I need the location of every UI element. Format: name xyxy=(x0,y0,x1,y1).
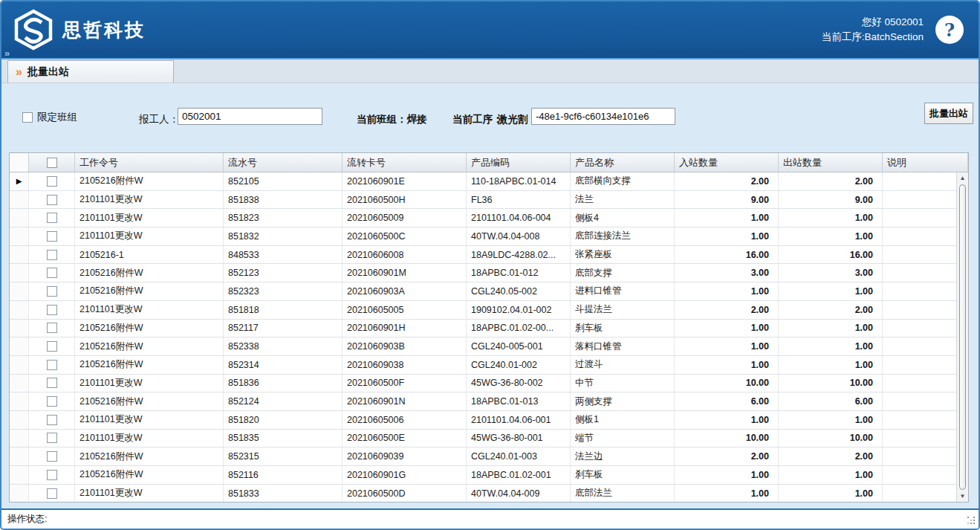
cell-in-qty: 2.00 xyxy=(675,447,779,465)
column-header[interactable]: 入站数量 xyxy=(675,153,779,172)
tab-batch-exit[interactable]: » 批量出站 xyxy=(7,60,174,83)
cell-remark xyxy=(883,356,968,374)
cell-in-qty: 1.00 xyxy=(675,356,779,374)
row-selector-cell[interactable] xyxy=(10,430,29,447)
row-selector-cell[interactable] xyxy=(10,282,29,300)
row-checkbox[interactable] xyxy=(47,286,57,297)
row-checkbox[interactable] xyxy=(47,250,57,260)
cell-in-qty: 2.00 xyxy=(675,301,779,319)
help-icon[interactable]: ? xyxy=(935,16,964,44)
row-checkbox[interactable] xyxy=(47,305,57,315)
status-bar: 操作状态: xyxy=(1,508,979,529)
row-checkbox[interactable] xyxy=(47,451,57,462)
cell-out-qty: 1.00 xyxy=(779,466,883,484)
row-checkbox[interactable] xyxy=(47,433,57,443)
row-selector-cell[interactable] xyxy=(10,246,29,264)
row-checkbox-cell xyxy=(29,227,75,245)
cell-card: 2021060901E xyxy=(343,172,467,190)
table-row[interactable]: 2105216附件W8521172021060901H18APBC.01.02-… xyxy=(10,320,968,338)
resize-grip[interactable] xyxy=(967,517,976,526)
row-selector-cell[interactable] xyxy=(10,209,29,227)
reporter-input[interactable] xyxy=(178,108,322,125)
column-header[interactable]: 说明 xyxy=(883,153,968,172)
row-selector-cell[interactable] xyxy=(10,337,29,355)
row-selector-cell[interactable] xyxy=(10,447,29,465)
row-selector-cell[interactable] xyxy=(10,301,29,319)
cell-work-order: 2101101更改W xyxy=(75,227,224,245)
table-row[interactable]: 2105216附件W85231420210609038CGL240.01-002… xyxy=(10,356,968,375)
table-row[interactable]: 2105216-18485332021060600818A9LDC-4288.0… xyxy=(10,246,968,265)
cell-card: 20210606008 xyxy=(343,246,467,264)
row-selector-cell[interactable] xyxy=(10,320,29,337)
row-checkbox[interactable] xyxy=(47,268,57,278)
user-box: 您好 0502001 当前工序:BatchSection ? xyxy=(822,15,979,45)
column-header[interactable]: 工作令号 xyxy=(75,153,224,172)
limit-group-checkbox[interactable] xyxy=(22,112,33,123)
table-row[interactable]: 2105216附件W85231520210609039CGL240.01-003… xyxy=(10,447,968,466)
select-all-checkbox[interactable] xyxy=(47,158,57,168)
row-selector-cell[interactable]: ▶ xyxy=(10,172,29,190)
batch-exit-button[interactable]: 批量出站 xyxy=(924,103,973,124)
cell-serial: 852116 xyxy=(224,466,343,484)
row-checkbox[interactable] xyxy=(47,488,57,499)
table-row[interactable]: 2105216附件W8521232021060901M18APBC.01-012… xyxy=(10,264,968,282)
row-selector-cell[interactable] xyxy=(10,485,29,502)
column-header[interactable]: 产品名称 xyxy=(571,153,675,172)
column-header[interactable]: 产品编码 xyxy=(467,153,571,172)
cell-code: 18APBC.01-013 xyxy=(467,392,571,410)
row-checkbox[interactable] xyxy=(47,378,57,388)
row-selector-cell[interactable] xyxy=(10,227,29,245)
table-row[interactable]: 2101101更改W8518362021060500F45WG-36-80-00… xyxy=(10,375,968,393)
scroll-up-icon[interactable]: ▲ xyxy=(957,172,968,184)
table-row[interactable]: 2101101更改W851820202106050062101101.04.06… xyxy=(10,411,968,430)
table-row[interactable]: 2105216附件W8521242021060901N18APBC.01-013… xyxy=(10,392,968,411)
table-row[interactable]: 2101101更改W8518352021060500E45WG-36-80-00… xyxy=(10,430,968,448)
cell-card: 20210609039 xyxy=(343,447,467,465)
row-checkbox[interactable] xyxy=(47,396,57,407)
row-checkbox[interactable] xyxy=(47,470,57,480)
table-row[interactable]: 2101101更改W851818202106050051909102.04.01… xyxy=(10,301,968,320)
scrollbar-thumb[interactable] xyxy=(959,184,966,490)
row-checkbox[interactable] xyxy=(47,323,57,333)
collapse-chevron-icon[interactable]: » xyxy=(4,48,10,58)
cell-code: CGL240-005-001 xyxy=(467,337,571,355)
cell-in-qty: 1.00 xyxy=(675,337,779,355)
row-selector-cell[interactable] xyxy=(10,411,29,429)
scroll-down-icon[interactable]: ▼ xyxy=(957,491,968,502)
row-checkbox[interactable] xyxy=(47,415,57,425)
column-header[interactable]: 出站数量 xyxy=(779,153,883,172)
row-checkbox[interactable] xyxy=(47,195,57,205)
row-checkbox[interactable] xyxy=(47,213,57,223)
current-process-text: 当前工序:BatchSection xyxy=(822,30,924,45)
cell-name: 底部横向支撑 xyxy=(571,172,675,190)
row-selector-cell[interactable] xyxy=(10,466,29,484)
row-selector-cell[interactable] xyxy=(10,356,29,374)
scan-input[interactable] xyxy=(531,108,675,125)
vertical-scrollbar[interactable]: ▲ ▼ xyxy=(956,172,968,502)
table-row[interactable]: 2101101更改W8518322021060500C40TW.04.04-00… xyxy=(10,227,968,246)
row-checkbox[interactable] xyxy=(47,176,57,187)
table-row[interactable]: ▶2105216附件W8521052021060901E110-18APBC.0… xyxy=(10,172,968,191)
column-header[interactable]: 流转卡号 xyxy=(343,153,467,172)
row-checkbox[interactable] xyxy=(47,341,57,352)
cell-remark xyxy=(883,172,968,190)
table-row[interactable]: 2101101更改W851823202106050092101101.04.06… xyxy=(10,209,968,227)
row-checkbox[interactable] xyxy=(47,360,57,370)
cell-code: FL36 xyxy=(467,191,571,209)
table-row[interactable]: 2101101更改W8518382021060500HFL36法兰9.009.0… xyxy=(10,191,968,210)
table-row[interactable]: 2101101更改W8518332021060500D40TW.04.04-00… xyxy=(10,485,968,502)
row-selector-cell[interactable] xyxy=(10,392,29,410)
row-checkbox-cell xyxy=(29,430,75,447)
row-checkbox-cell xyxy=(29,411,75,429)
row-checkbox[interactable] xyxy=(47,231,57,242)
table-row[interactable]: 2105216附件W8523382021060903BCGL240-005-00… xyxy=(10,337,968,356)
process-value: 激光割 xyxy=(498,113,528,126)
row-selector-cell[interactable] xyxy=(10,375,29,392)
table-row[interactable]: 2105216附件W8523232021060903ACGL240.05-002… xyxy=(10,282,968,301)
row-selector-cell[interactable] xyxy=(10,264,29,282)
cell-out-qty: 6.00 xyxy=(779,392,883,410)
row-selector-cell[interactable] xyxy=(10,191,29,209)
table-row[interactable]: 2105216附件W8521162021060901G18APBC.01.02-… xyxy=(10,466,968,485)
cell-in-qty: 10.00 xyxy=(675,430,779,447)
column-header[interactable]: 流水号 xyxy=(224,153,343,172)
